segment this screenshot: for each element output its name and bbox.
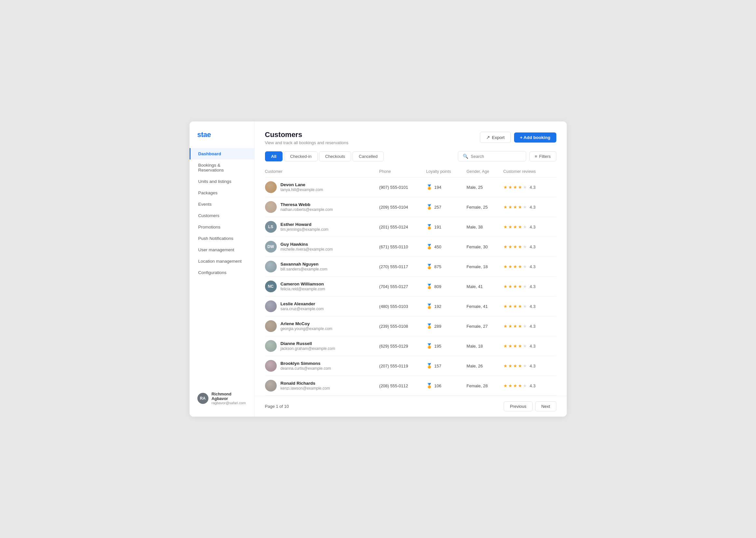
customer-name: Dianne Russell [281,341,335,346]
star-3: ★ [513,264,517,269]
sidebar-item-events[interactable]: Events [190,198,254,210]
customer-name: Ronald Richards [281,381,330,386]
stars: ★★★★★ [503,304,527,309]
tab-checked-in[interactable]: Checked-in [284,151,318,161]
col-phone: Phone [379,167,426,177]
table-row[interactable]: Dianne Russell jackson.graham@example.co… [265,336,556,356]
sidebar-item-configurations[interactable]: Configurations [190,267,254,278]
medal-icon: 🏅 [426,383,433,389]
avatar [265,201,277,213]
table-row[interactable]: DW Guy Hawkins michelle.rivera@example.c… [265,237,556,257]
filters-button[interactable]: ≡ Filters [529,151,556,161]
filter-icon: ≡ [535,154,538,159]
tab-checkouts[interactable]: Checkouts [319,151,351,161]
star-5: ★ [523,324,527,329]
user-avatar: RA [197,393,209,404]
sidebar-item-units[interactable]: Units and listings [190,176,254,187]
customer-name: Guy Hawkins [281,242,333,247]
export-button[interactable]: ↗ Export [480,132,511,143]
search-filter: 🔍 ≡ Filters [458,151,556,161]
star-5: ★ [523,304,527,309]
export-label: Export [492,135,505,140]
customer-cell: Arlene McCoy georgia.young@example.com [265,316,379,336]
star-1: ★ [503,204,507,210]
customer-email: felicia.reid@example.com [281,287,325,291]
sidebar-item-customers[interactable]: Customers [190,210,254,221]
export-icon: ↗ [486,135,490,140]
avatar: NC [265,281,277,292]
rating-value: 4.3 [530,324,536,329]
star-5: ★ [523,343,527,349]
loyalty-points: 875 [434,264,442,269]
reviews-cell: ★★★★★ 4.3 [503,237,556,257]
col-loyalty: Loyalty points [426,167,467,177]
star-5: ★ [523,363,527,368]
next-button[interactable]: Next [535,401,556,411]
reviews-cell: ★★★★★ 4.3 [503,316,556,336]
star-5: ★ [523,224,527,230]
medal-icon: 🏅 [426,204,433,210]
table-row[interactable]: NC Cameron Williamson felicia.reid@examp… [265,277,556,296]
reviews-cell: ★★★★★ 4.3 [503,296,556,316]
sidebar-item-push-notifications[interactable]: Push Notifications [190,233,254,244]
rating-value: 4.3 [530,244,536,249]
loyalty-cell: 🏅 106 [426,376,467,396]
table-row[interactable]: Ronald Richards kenzi.lawson@example.com… [265,376,556,396]
table-row[interactable]: LS Esther Howard tim.jennings@example.co… [265,217,556,237]
phone-cell: (270) 555-0117 [379,257,426,277]
customer-cell: DW Guy Hawkins michelle.rivera@example.c… [265,237,379,257]
avatar: DW [265,241,277,252]
col-customer: Customer [265,167,379,177]
rating-value: 4.3 [530,185,536,190]
table-row[interactable]: Leslie Alexander sara.cruz@example.com (… [265,296,556,316]
star-2: ★ [508,383,512,388]
star-2: ★ [508,224,512,230]
table-row[interactable]: Brooklyn Simmons deanna.curtis@example.c… [265,356,556,376]
pagination-bar: Page 1 of 10 Previous Next [255,396,567,417]
star-1: ★ [503,185,507,190]
filters-label: Filters [539,154,550,159]
customer-email: tim.jennings@example.com [281,227,329,232]
phone-cell: (208) 555-0112 [379,376,426,396]
customer-name: Savannah Nguyen [281,262,327,267]
previous-button[interactable]: Previous [504,401,533,411]
tab-cancelled[interactable]: Cancelled [353,151,384,161]
sidebar-item-user-management[interactable]: User management [190,244,254,255]
sidebar-item-promotions[interactable]: Promotions [190,221,254,233]
stars: ★★★★★ [503,324,527,329]
sidebar-nav: Dashboard Bookings & Reservations Units … [190,148,254,278]
reviews-cell: ★★★★★ 4.3 [503,376,556,396]
search-box[interactable]: 🔍 [458,151,526,161]
reviews-cell: ★★★★★ 4.3 [503,197,556,217]
avatar [265,181,277,193]
add-booking-button[interactable]: + Add booking [514,133,556,142]
avatar [265,261,277,272]
table-row[interactable]: Theresa Webb nathan.roberts@example.com … [265,197,556,217]
page-title: Customers [265,131,349,139]
customer-name: Arlene McCoy [281,321,333,326]
table-row[interactable]: Arlene McCoy georgia.young@example.com (… [265,316,556,336]
loyalty-points: 450 [434,244,442,249]
star-1: ★ [503,383,507,388]
user-profile[interactable]: RA Richmond Agbavor ragbavor@safari.com [190,387,254,410]
star-3: ★ [513,363,517,368]
rating-value: 4.3 [530,205,536,210]
sidebar-item-bookings[interactable]: Bookings & Reservations [190,159,254,176]
customer-cell: LS Esther Howard tim.jennings@example.co… [265,217,379,237]
customer-email: nathan.roberts@example.com [281,207,333,212]
table-row[interactable]: Savannah Nguyen bill.sanders@example.com… [265,257,556,277]
sidebar-item-location-management[interactable]: Location management [190,255,254,267]
star-1: ★ [503,324,507,329]
search-input[interactable] [471,154,521,159]
star-4: ★ [518,244,522,249]
star-5: ★ [523,284,527,289]
rating-value: 4.3 [530,264,536,269]
loyalty-points: 195 [434,344,442,349]
sidebar-item-dashboard[interactable]: Dashboard [190,148,254,159]
tab-all[interactable]: All [265,151,283,161]
sidebar-item-packages[interactable]: Packages [190,187,254,198]
customer-name: Brooklyn Simmons [281,361,331,366]
star-1: ★ [503,343,507,349]
customer-cell: NC Cameron Williamson felicia.reid@examp… [265,277,379,296]
table-row[interactable]: Devon Lane tanya.hill@example.com (907) … [265,177,556,197]
